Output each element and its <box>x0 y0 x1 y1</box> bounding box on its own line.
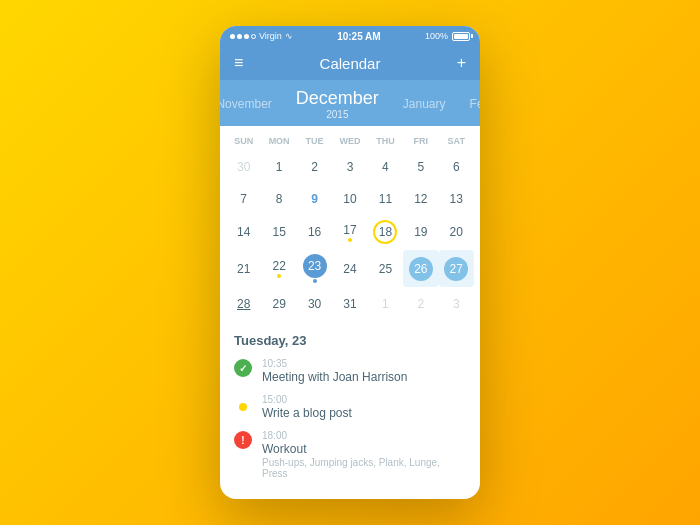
yellow-dot-icon <box>239 403 247 411</box>
event-item-2: 15:00 Write a blog post <box>234 394 466 420</box>
day-cell-2-3[interactable]: 17 <box>332 216 367 248</box>
event-title-3: Workout <box>262 442 466 456</box>
event-item-1: 10:35 Meeting with Joan Harrison <box>234 358 466 384</box>
day-num-3-3: 24 <box>343 262 356 276</box>
status-left: Virgin ∿ <box>230 31 293 41</box>
day-cell-3-6[interactable]: 27 <box>439 250 474 287</box>
day-num-3-6: 27 <box>444 257 468 281</box>
days-grid: 3012345678910111213141516171819202122232… <box>220 152 480 319</box>
header-title: Calendar <box>320 55 381 72</box>
events-section: Tuesday, 23 10:35 Meeting with Joan Harr… <box>220 323 480 499</box>
event-icon-2 <box>234 395 252 413</box>
battery-label: 100% <box>425 31 448 41</box>
day-cell-3-4[interactable]: 25 <box>368 250 403 287</box>
month-selector: November December 2015 January Fe <box>220 80 480 126</box>
event-time-2: 15:00 <box>262 394 466 405</box>
day-dot-3-1 <box>277 274 281 278</box>
status-time: 10:25 AM <box>337 31 381 42</box>
day-num-1-4: 11 <box>379 192 392 206</box>
day-cell-0-1[interactable]: 1 <box>261 152 296 182</box>
carrier-label: Virgin <box>259 31 282 41</box>
day-cell-4-2[interactable]: 30 <box>297 289 332 319</box>
event-title-2: Write a blog post <box>262 406 466 420</box>
day-cell-0-5[interactable]: 5 <box>403 152 438 182</box>
day-num-4-1: 29 <box>272 297 285 311</box>
day-num-4-3: 31 <box>343 297 356 311</box>
day-cell-2-0[interactable]: 14 <box>226 216 261 248</box>
day-cell-1-4[interactable]: 11 <box>368 184 403 214</box>
day-cell-3-0[interactable]: 21 <box>226 250 261 287</box>
day-cell-2-6[interactable]: 20 <box>439 216 474 248</box>
day-cell-3-5[interactable]: 26 <box>403 250 438 287</box>
day-cell-4-4[interactable]: 1 <box>368 289 403 319</box>
signal-dot-1 <box>230 34 235 39</box>
day-num-0-0: 30 <box>237 160 250 174</box>
day-header-fri: FRI <box>403 136 438 146</box>
day-cell-3-1[interactable]: 22 <box>261 250 296 287</box>
event-time-1: 10:35 <box>262 358 466 369</box>
day-num-1-5: 12 <box>414 192 427 206</box>
day-num-0-3: 3 <box>347 160 354 174</box>
event-details-2: 15:00 Write a blog post <box>262 394 466 420</box>
day-num-0-1: 1 <box>276 160 283 174</box>
current-year: 2015 <box>326 109 348 120</box>
day-num-3-5: 26 <box>409 257 433 281</box>
day-cell-2-2[interactable]: 16 <box>297 216 332 248</box>
day-dot-3-2 <box>313 279 317 283</box>
day-cell-1-2[interactable]: 9 <box>297 184 332 214</box>
day-cell-4-5[interactable]: 2 <box>403 289 438 319</box>
far-month[interactable]: Fe <box>458 97 480 111</box>
next-month[interactable]: January <box>391 97 458 111</box>
day-num-0-6: 6 <box>453 160 460 174</box>
day-cell-1-1[interactable]: 8 <box>261 184 296 214</box>
day-cell-4-3[interactable]: 31 <box>332 289 367 319</box>
day-cell-0-6[interactable]: 6 <box>439 152 474 182</box>
day-headers: SUN MON TUE WED THU FRI SAT <box>220 136 480 146</box>
event-details-1: 10:35 Meeting with Joan Harrison <box>262 358 466 384</box>
day-num-2-4: 18 <box>373 220 397 244</box>
day-num-0-2: 2 <box>311 160 318 174</box>
day-num-4-2: 30 <box>308 297 321 311</box>
day-num-1-0: 7 <box>240 192 247 206</box>
day-cell-1-6[interactable]: 13 <box>439 184 474 214</box>
prev-month[interactable]: November <box>220 97 284 111</box>
menu-icon[interactable]: ≡ <box>234 54 243 72</box>
day-cell-0-0[interactable]: 30 <box>226 152 261 182</box>
event-icon-3 <box>234 431 252 449</box>
events-date: Tuesday, 23 <box>234 333 466 348</box>
signal-dot-3 <box>244 34 249 39</box>
day-num-4-0: 28 <box>237 297 250 311</box>
day-cell-2-4[interactable]: 18 <box>368 216 403 248</box>
day-cell-4-6[interactable]: 3 <box>439 289 474 319</box>
day-cell-3-2[interactable]: 23 <box>297 250 332 287</box>
add-icon[interactable]: + <box>457 54 466 72</box>
day-cell-4-0[interactable]: 28 <box>226 289 261 319</box>
current-month[interactable]: December 2015 <box>284 88 391 120</box>
day-cell-1-3[interactable]: 10 <box>332 184 367 214</box>
day-cell-2-5[interactable]: 19 <box>403 216 438 248</box>
day-cell-3-3[interactable]: 24 <box>332 250 367 287</box>
day-header-thu: THU <box>368 136 403 146</box>
day-cell-4-1[interactable]: 29 <box>261 289 296 319</box>
day-num-3-4: 25 <box>379 262 392 276</box>
day-num-1-6: 13 <box>450 192 463 206</box>
event-item-3: 18:00 Workout Push-ups, Jumping jacks, P… <box>234 430 466 479</box>
day-dot-2-3 <box>348 238 352 242</box>
day-cell-0-2[interactable]: 2 <box>297 152 332 182</box>
status-bar: Virgin ∿ 10:25 AM 100% <box>220 26 480 46</box>
day-cell-0-3[interactable]: 3 <box>332 152 367 182</box>
day-header-sat: SAT <box>439 136 474 146</box>
event-title-1: Meeting with Joan Harrison <box>262 370 466 384</box>
day-cell-1-5[interactable]: 12 <box>403 184 438 214</box>
app-header: ≡ Calendar + <box>220 46 480 80</box>
phone-frame: Virgin ∿ 10:25 AM 100% ≡ Calendar + Nove… <box>220 26 480 499</box>
day-header-mon: MON <box>261 136 296 146</box>
signal-dots <box>230 34 256 39</box>
current-month-name: December <box>296 88 379 109</box>
event-time-3: 18:00 <box>262 430 466 441</box>
day-cell-2-1[interactable]: 15 <box>261 216 296 248</box>
day-num-4-6: 3 <box>453 297 460 311</box>
day-cell-0-4[interactable]: 4 <box>368 152 403 182</box>
day-cell-1-0[interactable]: 7 <box>226 184 261 214</box>
exclaim-icon <box>241 435 244 446</box>
